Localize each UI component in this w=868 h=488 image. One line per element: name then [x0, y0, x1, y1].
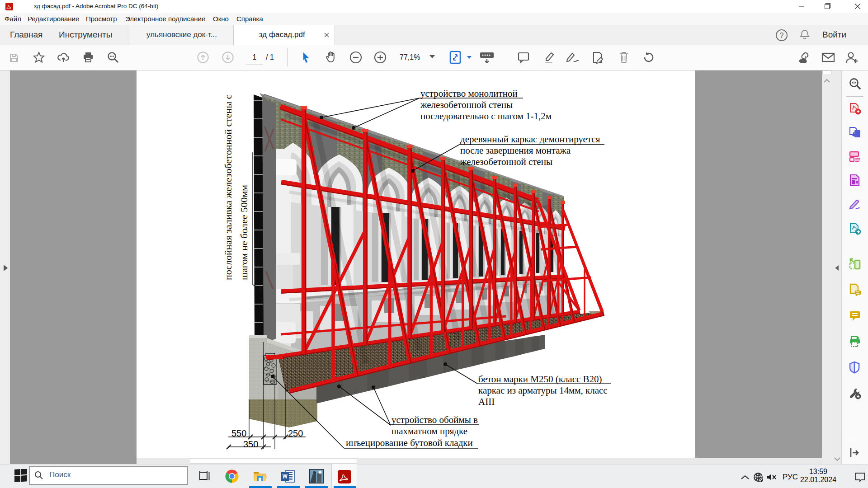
svg-text:?: ?: [780, 32, 784, 39]
